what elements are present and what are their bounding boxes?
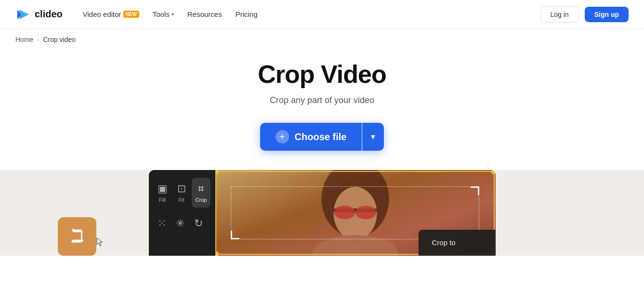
header-right: Log in Sign up bbox=[540, 6, 629, 23]
tool-row-2: ⁙ ✳ ↻ bbox=[154, 212, 211, 235]
breadcrumb-separator: › bbox=[37, 36, 39, 43]
nav-label-video-editor: Video editor bbox=[83, 10, 121, 18]
tool-fill-button[interactable]: ▣ Fill bbox=[154, 178, 171, 208]
fill-label: Fill bbox=[159, 197, 166, 203]
tool-scatter-button[interactable]: ⁙ bbox=[154, 212, 170, 235]
fit-label: Fit bbox=[178, 197, 184, 203]
crop-label: Crop bbox=[196, 197, 207, 203]
video-preview-area: Crop to bbox=[215, 170, 495, 256]
nav-item-video-editor[interactable]: Video editor NEW bbox=[78, 7, 144, 21]
choose-file-label: Choose file bbox=[295, 131, 347, 143]
rotate-icon: ↻ bbox=[194, 217, 203, 230]
new-badge: NEW bbox=[123, 11, 139, 18]
clideo-logo-icon bbox=[15, 7, 31, 22]
tool-sidebar: ▣ Fill ⊡ Fit ⌗ Crop ⁙ bbox=[149, 170, 216, 256]
page-subtitle: Crop any part of your video bbox=[270, 95, 374, 105]
asterisk-icon: ✳ bbox=[176, 217, 184, 230]
tool-crop-button[interactable]: ⌗ Crop bbox=[192, 178, 211, 208]
header: clideo Video editor NEW Tools ▾ Resource… bbox=[0, 0, 644, 29]
nav-label-tools: Tools bbox=[153, 10, 170, 18]
logo-big-wrap: ℶ bbox=[58, 217, 96, 256]
nav-item-resources[interactable]: Resources bbox=[183, 7, 227, 21]
scatter-icon: ⁙ bbox=[158, 217, 166, 230]
crop-to-panel: Crop to bbox=[419, 230, 496, 256]
nav-item-tools[interactable]: Tools ▾ bbox=[148, 7, 179, 21]
page-title: Crop Video bbox=[258, 60, 386, 89]
signup-button[interactable]: Sign up bbox=[585, 7, 629, 22]
preview-section: ℶ ▣ Fill ⊡ Fit ⌗ Crop bbox=[0, 170, 644, 256]
header-left: clideo Video editor NEW Tools ▾ Resource… bbox=[15, 7, 263, 22]
login-button[interactable]: Log in bbox=[540, 6, 579, 23]
choose-file-group: + Choose file ▾ bbox=[260, 123, 384, 151]
crop-handle-tr[interactable] bbox=[491, 170, 496, 174]
nav-label-pricing: Pricing bbox=[236, 10, 258, 18]
logo-text: clideo bbox=[35, 9, 63, 20]
choose-file-button[interactable]: + Choose file bbox=[260, 123, 362, 151]
crop-to-label: Crop to bbox=[432, 238, 456, 247]
tool-fit-button[interactable]: ⊡ Fit bbox=[173, 178, 190, 208]
logo-big-symbol: ℶ bbox=[71, 226, 83, 247]
nav-label-resources: Resources bbox=[187, 10, 222, 18]
dropdown-chevron-icon: ▾ bbox=[371, 131, 375, 142]
crop-tool-icon: ⌗ bbox=[198, 183, 204, 195]
plus-circle-icon: + bbox=[276, 130, 289, 144]
logo-big: ℶ bbox=[58, 217, 96, 256]
tool-rotate-button[interactable]: ↻ bbox=[190, 212, 207, 235]
logo[interactable]: clideo bbox=[15, 7, 63, 22]
crop-handle-tl[interactable] bbox=[215, 170, 219, 174]
fill-icon: ▣ bbox=[158, 183, 168, 195]
tools-chevron-icon: ▾ bbox=[171, 12, 174, 17]
main-nav: Video editor NEW Tools ▾ Resources Prici… bbox=[78, 7, 263, 21]
inner-handle-tr-h bbox=[471, 186, 479, 188]
breadcrumb-current: Crop video bbox=[43, 36, 76, 43]
main-content: Crop Video Crop any part of your video +… bbox=[0, 50, 644, 256]
fit-icon: ⊡ bbox=[177, 183, 186, 195]
nav-item-pricing[interactable]: Pricing bbox=[231, 7, 263, 21]
app-preview: ▣ Fill ⊡ Fit ⌗ Crop ⁙ bbox=[149, 170, 496, 256]
choose-file-dropdown-button[interactable]: ▾ bbox=[362, 123, 384, 151]
inner-handle-bl-h bbox=[231, 238, 239, 239]
breadcrumb: Home › Crop video bbox=[0, 29, 644, 50]
tool-row-1: ▣ Fill ⊡ Fit ⌗ Crop bbox=[154, 178, 211, 208]
breadcrumb-home[interactable]: Home bbox=[15, 36, 33, 43]
tool-asterisk-button[interactable]: ✳ bbox=[172, 212, 188, 235]
